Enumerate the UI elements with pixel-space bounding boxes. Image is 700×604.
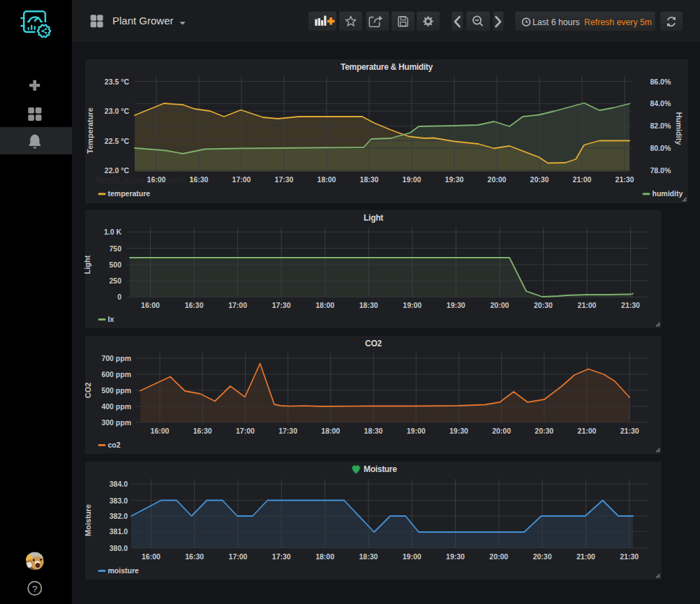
svg-text:Temperature: Temperature <box>86 108 94 154</box>
svg-text:temperature: temperature <box>108 189 151 198</box>
svg-text:17:00: 17:00 <box>229 552 248 561</box>
svg-text:17:00: 17:00 <box>236 427 255 435</box>
svg-text:21:00: 21:00 <box>578 301 597 309</box>
svg-text:80.0%: 80.0% <box>650 144 671 152</box>
svg-text:86.0%: 86.0% <box>650 78 671 86</box>
svg-text:16:30: 16:30 <box>193 427 212 435</box>
svg-text:19:30: 19:30 <box>449 427 468 435</box>
svg-text:18:30: 18:30 <box>359 301 378 309</box>
svg-text:16:30: 16:30 <box>185 552 204 561</box>
svg-text:500 ppm: 500 ppm <box>101 386 131 395</box>
svg-text:21:30: 21:30 <box>620 427 639 435</box>
svg-text:250: 250 <box>109 277 121 285</box>
svg-text:20:30: 20:30 <box>530 175 549 184</box>
svg-text:Moisture: Moisture <box>364 464 397 474</box>
svg-text:23.0 °C: 23.0 °C <box>105 107 130 115</box>
svg-text:400 ppm: 400 ppm <box>101 402 131 411</box>
svg-text:20:30: 20:30 <box>534 301 553 309</box>
svg-text:16:00: 16:00 <box>142 552 161 561</box>
svg-text:1: 1 <box>189 175 193 184</box>
svg-text:CO2: CO2 <box>365 339 382 348</box>
svg-text:84.0%: 84.0% <box>650 99 671 108</box>
svg-text:18:00: 18:00 <box>321 427 340 435</box>
svg-text:17:30: 17:30 <box>272 301 291 309</box>
svg-text:23.5 °C: 23.5 °C <box>105 78 130 86</box>
svg-text:16:30: 16:30 <box>185 301 204 309</box>
svg-text:21:00: 21:00 <box>576 552 595 561</box>
svg-text:Humidity: Humidity <box>675 112 683 145</box>
svg-text:300 ppm: 300 ppm <box>101 418 131 427</box>
svg-text:?: ? <box>32 584 38 594</box>
svg-text:82.0%: 82.0% <box>650 121 671 130</box>
svg-text:Moisture: Moisture <box>84 504 92 536</box>
svg-text:17:00: 17:00 <box>228 301 247 309</box>
svg-text:17:30: 17:30 <box>278 427 297 435</box>
svg-text:21:00: 21:00 <box>578 427 597 435</box>
svg-text:19:30: 19:30 <box>446 552 465 561</box>
svg-text:17:30: 17:30 <box>275 175 294 184</box>
svg-text:22.0 °C: 22.0 °C <box>105 166 130 175</box>
svg-text:17:00: 17:00 <box>232 175 251 184</box>
svg-text:20:00: 20:00 <box>489 552 508 561</box>
svg-text:20:00: 20:00 <box>490 301 509 309</box>
svg-text:18:00: 18:00 <box>315 301 334 309</box>
svg-text:78.0%: 78.0% <box>650 166 671 175</box>
svg-text:18:30: 18:30 <box>364 427 383 435</box>
svg-text:1.0 K: 1.0 K <box>104 228 122 236</box>
svg-text:lx: lx <box>108 315 114 323</box>
svg-text:21:30: 21:30 <box>620 552 639 561</box>
svg-text:700 ppm: 700 ppm <box>101 354 131 362</box>
svg-text:20:00: 20:00 <box>492 427 511 435</box>
svg-text:Temperature & Humidity: Temperature & Humidity <box>341 62 433 72</box>
svg-text:19:00: 19:00 <box>403 552 422 561</box>
svg-text:19:00: 19:00 <box>403 175 422 184</box>
svg-text:19:00: 19:00 <box>407 427 426 435</box>
svg-text:18:30: 18:30 <box>359 552 378 561</box>
svg-text:18:30: 18:30 <box>360 175 379 184</box>
svg-text:17:30: 17:30 <box>272 552 291 561</box>
svg-text:19:30: 19:30 <box>447 301 466 309</box>
svg-text:16:00: 16:00 <box>151 427 170 435</box>
svg-text:384.0: 384.0 <box>110 480 128 488</box>
svg-text:humidity: humidity <box>653 189 683 198</box>
svg-text:Refresh every 5m: Refresh every 5m <box>584 17 652 27</box>
svg-text:18:00: 18:00 <box>318 175 336 184</box>
svg-text:382.0: 382.0 <box>110 512 128 520</box>
svg-text:20:30: 20:30 <box>533 552 552 561</box>
svg-text:21:30: 21:30 <box>621 301 640 309</box>
svg-text:20:00: 20:00 <box>488 175 507 184</box>
svg-text:0: 0 <box>117 293 121 301</box>
svg-text:383.0: 383.0 <box>110 496 128 505</box>
svg-text:co2: co2 <box>108 441 121 449</box>
svg-text:moisture: moisture <box>108 566 140 575</box>
svg-text:Last 6 hours: Last 6 hours <box>533 17 580 27</box>
svg-text:16:00: 16:00 <box>141 301 160 309</box>
svg-text:Notification channels: Notification channels <box>96 175 186 186</box>
svg-text:Light: Light <box>83 255 91 274</box>
svg-text:21:30: 21:30 <box>616 175 634 184</box>
svg-text:21:00: 21:00 <box>573 175 592 184</box>
svg-text:750: 750 <box>109 244 121 253</box>
svg-text:381.0: 381.0 <box>110 527 128 536</box>
svg-text:18:00: 18:00 <box>315 552 334 561</box>
svg-text:380.0: 380.0 <box>110 544 128 552</box>
svg-text:CO2: CO2 <box>84 383 92 399</box>
svg-text:500: 500 <box>109 260 121 269</box>
svg-text:600 ppm: 600 ppm <box>101 370 131 378</box>
svg-text:Plant Grower: Plant Grower <box>112 15 174 27</box>
svg-text:19:00: 19:00 <box>403 301 422 309</box>
svg-text:Light: Light <box>364 213 383 223</box>
svg-text:20:30: 20:30 <box>535 427 553 435</box>
svg-text:22.5 °C: 22.5 °C <box>105 137 130 145</box>
svg-text:19:30: 19:30 <box>445 175 464 184</box>
